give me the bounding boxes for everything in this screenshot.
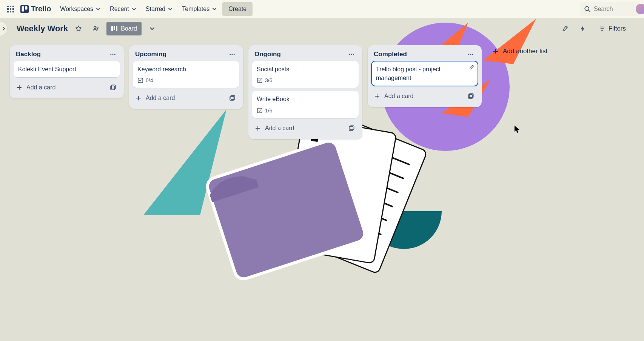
- add-card-button[interactable]: Add a card: [374, 93, 413, 100]
- list-upcoming: Upcoming Keyword research 0/4 Add a card: [129, 45, 243, 109]
- svg-point-32: [94, 26, 96, 28]
- plus-icon: [135, 95, 142, 101]
- chevron-down-icon: [131, 6, 137, 12]
- chevron-right-icon: [2, 26, 6, 31]
- svg-point-65: [470, 54, 471, 55]
- nav-starred-label: Starred: [146, 6, 165, 12]
- card-title: Keyword research: [137, 66, 186, 72]
- nav-recent[interactable]: Recent: [106, 2, 140, 16]
- trello-logo[interactable]: Trello: [20, 5, 51, 13]
- filters-button-label: Filters: [609, 25, 626, 32]
- create-button[interactable]: Create: [222, 2, 253, 16]
- svg-rect-16: [305, 167, 313, 175]
- cursor-icon: [514, 125, 520, 134]
- svg-line-9: [330, 181, 393, 206]
- svg-line-10: [324, 195, 387, 220]
- card-template-button[interactable]: [347, 123, 356, 133]
- svg-point-40: [110, 54, 111, 55]
- svg-rect-5: [290, 116, 427, 274]
- checklist-icon: [257, 108, 263, 114]
- card-template-button[interactable]: [466, 91, 476, 101]
- add-list-button[interactable]: Add another list: [487, 43, 553, 60]
- svg-point-41: [112, 54, 114, 55]
- pencil-icon: [469, 64, 475, 70]
- plus-icon: [374, 93, 381, 100]
- add-list-label: Add another list: [503, 48, 547, 55]
- bolt-icon: [579, 25, 586, 32]
- add-card-button[interactable]: Add a card: [254, 125, 294, 132]
- svg-rect-19: [10, 6, 11, 7]
- svg-rect-21: [7, 8, 9, 10]
- checklist-badge: 1/6: [265, 107, 272, 114]
- card[interactable]: Write eBook 1/6: [252, 91, 359, 118]
- automation-button[interactable]: [576, 22, 590, 35]
- svg-line-8: [336, 167, 399, 192]
- chevron-down-icon: [168, 6, 173, 12]
- add-card-button[interactable]: Add a card: [135, 95, 175, 101]
- filter-icon: [599, 25, 605, 32]
- trello-logo-icon: [20, 5, 29, 13]
- svg-point-57: [353, 54, 354, 55]
- list-menu-button[interactable]: [227, 49, 237, 59]
- nav-templates[interactable]: Templates: [178, 2, 221, 16]
- checklist-badge: 0/4: [146, 77, 153, 84]
- svg-point-48: [232, 54, 233, 55]
- search-input[interactable]: [594, 6, 632, 12]
- card-template-button[interactable]: [227, 93, 237, 103]
- list-title[interactable]: Ongoing: [254, 51, 281, 58]
- list-title[interactable]: Completed: [374, 51, 407, 58]
- card[interactable]: Trello blog post - project management: [371, 61, 478, 86]
- ellipsis-icon: [467, 51, 474, 58]
- top-nav: Trello Workspaces Recent Starred Templat…: [0, 0, 644, 18]
- svg-point-56: [351, 54, 352, 55]
- powerups-button[interactable]: [559, 22, 572, 35]
- nav-workspaces[interactable]: Workspaces: [56, 2, 105, 16]
- list-menu-button[interactable]: [466, 49, 476, 59]
- svg-line-11: [319, 209, 382, 235]
- board-title[interactable]: Weekly Work: [17, 24, 68, 34]
- checklist-badge: 3/6: [265, 77, 272, 84]
- card[interactable]: Social posts 3/6: [252, 61, 359, 88]
- apps-icon: [7, 6, 14, 12]
- checklist-icon: [257, 77, 263, 83]
- chevron-down-icon: [212, 6, 217, 12]
- star-board-button[interactable]: [72, 22, 85, 35]
- svg-rect-36: [116, 26, 117, 31]
- list-menu-button[interactable]: [108, 49, 118, 59]
- card-badges: 1/6: [257, 107, 354, 114]
- board-canvas[interactable]: Backlog Kolekti Event Support Add a card…: [0, 39, 644, 139]
- view-switcher-dropdown[interactable]: [145, 22, 159, 35]
- user-avatar[interactable]: [636, 4, 644, 14]
- list-title[interactable]: Backlog: [16, 51, 41, 58]
- card[interactable]: Kolekti Event Support: [14, 61, 120, 77]
- card-badges: 3/6: [257, 77, 354, 84]
- add-card-button[interactable]: Add a card: [16, 84, 55, 91]
- view-switcher-label: Board: [121, 25, 137, 32]
- svg-rect-50: [138, 78, 143, 83]
- card-title: Trello blog post - project management: [376, 66, 441, 81]
- list-menu-button[interactable]: [347, 49, 356, 59]
- svg-rect-26: [12, 11, 14, 12]
- board-icon: [111, 25, 118, 32]
- svg-rect-14: [309, 145, 317, 153]
- svg-point-49: [234, 54, 235, 55]
- apps-menu-button[interactable]: [4, 2, 17, 16]
- svg-line-6: [347, 139, 410, 164]
- plus-icon: [254, 125, 261, 132]
- card[interactable]: Keyword research 0/4: [133, 61, 239, 88]
- filters-button[interactable]: Filters: [593, 22, 631, 35]
- list-title[interactable]: Upcoming: [135, 51, 166, 58]
- view-switcher-board[interactable]: Board: [106, 22, 142, 35]
- search-box[interactable]: [580, 2, 640, 16]
- nav-starred[interactable]: Starred: [142, 2, 177, 16]
- list-backlog: Backlog Kolekti Event Support Add a card: [10, 45, 124, 98]
- nav-recent-label: Recent: [110, 6, 129, 12]
- card-template-button[interactable]: [108, 83, 118, 92]
- workspace-visibility-button[interactable]: [89, 22, 103, 35]
- board-header: Weekly Work Board Filters: [0, 18, 644, 39]
- sidebar-expand-button[interactable]: [0, 21, 8, 36]
- svg-rect-15: [307, 156, 315, 164]
- plus-icon: [16, 84, 23, 91]
- svg-point-66: [472, 54, 473, 55]
- edit-card-button[interactable]: [469, 64, 475, 70]
